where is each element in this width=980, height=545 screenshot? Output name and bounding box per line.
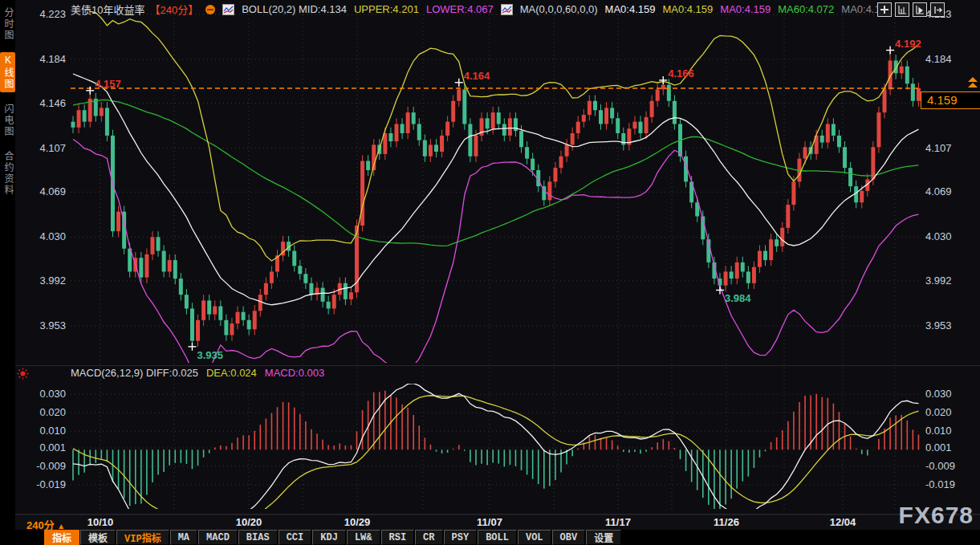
toolbar-button-KDJ[interactable]: KDJ	[312, 530, 346, 545]
svg-text:0.010: 0.010	[925, 425, 952, 437]
scale-x-icon[interactable]	[913, 2, 927, 17]
svg-text:4.146: 4.146	[39, 97, 66, 109]
sidebar-tab-K线图[interactable]: K线图	[0, 52, 15, 92]
svg-text:4.069: 4.069	[925, 185, 952, 197]
date-tick-label: 12/04	[830, 516, 856, 528]
legend-item: LOWER:4.067	[426, 3, 494, 15]
svg-text:0.001: 0.001	[925, 441, 952, 453]
date-tick-label: 10/29	[344, 516, 371, 528]
svg-text:4.069: 4.069	[39, 185, 66, 197]
date-tick-label: 11/07	[477, 516, 502, 528]
sidebar: 分时图K线图闪电图合约资料	[0, 0, 15, 545]
toolbar-button-OBV[interactable]: OBV	[552, 530, 586, 545]
toolbar-button-BOLL[interactable]: BOLL	[478, 530, 517, 545]
toolbar-button-指标[interactable]: 指标	[44, 530, 79, 545]
svg-text:4.223: 4.223	[39, 8, 66, 20]
legend-item: MA(0,0,0,60,0,0)	[520, 3, 598, 15]
toolbar-button-RSI[interactable]: RSI	[381, 530, 415, 545]
indicator-chart-icon	[501, 4, 513, 15]
toolbar-button-PSY[interactable]: PSY	[444, 530, 478, 545]
svg-text:3.953: 3.953	[925, 319, 952, 331]
period-badge[interactable]: 【240分】	[149, 2, 198, 17]
scale-y-icon[interactable]	[895, 2, 909, 17]
toolbar-button-MACD[interactable]: MACD	[198, 530, 238, 545]
date-axis: 240分 ▲ 10/1010/2010/2911/0711/1711/2612/…	[15, 514, 980, 531]
macd-legend-item: MACD(26,12,9) DIFF:0.025	[71, 367, 198, 380]
macd-legend-item: MACD:0.003	[265, 367, 324, 380]
svg-text:4.107: 4.107	[925, 142, 952, 154]
svg-text:4.157: 4.157	[95, 78, 121, 90]
instrument-title: 美债10年收益率	[71, 2, 144, 17]
svg-text:0.020: 0.020	[39, 406, 66, 418]
legend-item: UPPER:4.201	[354, 3, 419, 15]
last-price-tag: 4.159	[921, 92, 980, 109]
chart-plot-area[interactable]: 4.1573.9354.1644.1663.9844.1924.2234.223…	[0, 0, 980, 545]
legend-item: BOLL(20,2) MID:4.134	[242, 3, 347, 15]
price-up-arrow-icon	[967, 77, 978, 88]
svg-text:-0.009: -0.009	[925, 460, 955, 472]
app-window: 4.1573.9354.1644.1663.9844.1924.2234.223…	[0, 0, 980, 545]
indicator-values: BOLL(20,2) MID:4.134UPPER:4.201LOWER:4.0…	[222, 3, 892, 15]
svg-text:3.984: 3.984	[725, 292, 751, 304]
svg-text:4.030: 4.030	[925, 230, 952, 242]
macd-legend: MACD(26,12,9) DIFF:0.025DEA:0.024MACD:0.…	[71, 367, 324, 380]
pan-icon[interactable]	[877, 2, 892, 17]
svg-text:3.935: 3.935	[197, 349, 223, 361]
sidebar-tab-合约资料[interactable]: 合约资料	[0, 148, 15, 198]
chart-window-icons	[877, 2, 945, 17]
legend-item: MA0:4.159	[605, 3, 656, 15]
exit-icon[interactable]	[930, 2, 945, 17]
sidebar-tab-闪电图[interactable]: 闪电图	[0, 101, 15, 140]
svg-text:3.953: 3.953	[39, 319, 66, 331]
toolbar-button-VOL[interactable]: VOL	[518, 530, 551, 545]
svg-text:0.020: 0.020	[925, 406, 952, 418]
toolbar-button-设置[interactable]: 设置	[586, 530, 621, 545]
svg-text:4.192: 4.192	[895, 38, 921, 50]
macd-panel-icon[interactable]	[17, 368, 29, 380]
svg-text:4.184: 4.184	[925, 53, 952, 65]
svg-text:-0.009: -0.009	[36, 460, 66, 472]
legend-item: MA0:4.159	[720, 3, 771, 15]
legend-item: MA60:4.072	[778, 3, 834, 15]
svg-text:4.166: 4.166	[668, 67, 694, 79]
svg-text:4.107: 4.107	[39, 142, 66, 154]
svg-text:4.030: 4.030	[39, 230, 66, 242]
sidebar-tab-分时图[interactable]: 分时图	[0, 5, 15, 43]
toolbar-button-CCI[interactable]: CCI	[279, 530, 312, 545]
svg-text:-0.019: -0.019	[36, 478, 66, 490]
legend-item: MA0:4.159	[662, 3, 713, 15]
toolbar-button-BIAS[interactable]: BIAS	[238, 530, 278, 545]
svg-text:4.184: 4.184	[39, 53, 66, 65]
date-tick-label: 10/20	[236, 516, 262, 528]
macd-legend-item: DEA:0.024	[206, 367, 257, 380]
chart-legend: 美债10年收益率 【240分】 BOLL(20,2) MID:4.134UPPE…	[71, 2, 892, 16]
date-tick-label: 11/26	[714, 516, 739, 528]
svg-text:4.164: 4.164	[464, 70, 490, 82]
toolbar-button-MA[interactable]: MA	[170, 530, 197, 545]
svg-text:0.010: 0.010	[39, 425, 66, 437]
svg-text:0.030: 0.030	[39, 388, 66, 400]
svg-text:0.030: 0.030	[925, 388, 952, 400]
date-tick-label: 11/17	[605, 516, 631, 528]
toolbar-button-CR[interactable]: CR	[415, 530, 442, 545]
indicator-toolbar: 指标模板VIP指标MAMACDBIASCCIKDJLW&RSICRPSYBOLL…	[0, 530, 980, 545]
svg-text:3.992: 3.992	[39, 275, 66, 287]
watermark: FX678	[899, 502, 974, 529]
toolbar-button-LW&[interactable]: LW&	[347, 530, 380, 545]
svg-text:3.992: 3.992	[925, 275, 952, 287]
svg-text:-0.019: -0.019	[925, 478, 955, 490]
indicator-chart-icon	[222, 4, 234, 15]
toolbar-button-VIP指标[interactable]: VIP指标	[116, 530, 169, 545]
svg-text:0.001: 0.001	[39, 441, 66, 453]
date-tick-label: 10/10	[87, 516, 114, 528]
toolbar-button-模板[interactable]: 模板	[80, 530, 116, 545]
period-adjust-icon[interactable]	[205, 5, 215, 14]
